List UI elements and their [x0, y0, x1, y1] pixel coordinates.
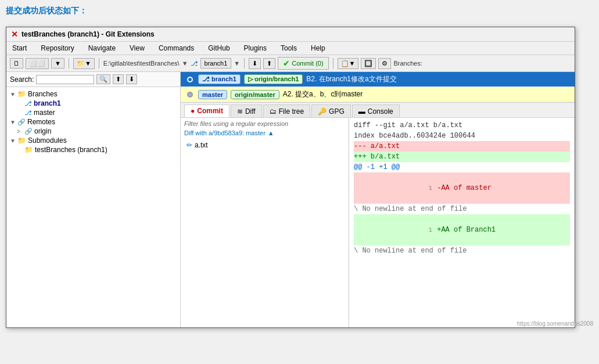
- search-input[interactable]: [36, 75, 94, 84]
- commit-msg-1: B2. 在branch1修改a文件提交: [306, 74, 396, 84]
- tab-gpg-label: GPG: [329, 107, 345, 116]
- tree-master[interactable]: ⎇ master: [8, 108, 179, 117]
- window-icon: ✕: [11, 30, 18, 39]
- tab-console-icon: ▬: [358, 107, 365, 116]
- remotes-icon: 🔗: [17, 118, 26, 126]
- tree-testbranches-sub[interactable]: 📁 testBranches (branch1): [8, 145, 179, 154]
- menu-commands[interactable]: Commands: [156, 44, 196, 53]
- tab-console-label: Console: [368, 107, 393, 116]
- diff-line-5: 1-AA of master: [354, 172, 570, 204]
- toolbar-sep2: [99, 58, 99, 69]
- search-button[interactable]: 🔍: [96, 74, 110, 84]
- filter-hint: Filter files using a regular expression: [184, 120, 345, 127]
- search-next-btn[interactable]: ⬇: [126, 74, 137, 84]
- submodules-label: Submodules: [28, 136, 67, 145]
- toolbar-push-btn[interactable]: ⬆: [263, 58, 275, 69]
- toolbar-branches-label: Branches:: [393, 60, 422, 67]
- tree-submodules-header[interactable]: ▼ 📁 Submodules: [8, 136, 179, 145]
- commit-row-2[interactable]: master origin/master A2. 提交a、b、c到master: [181, 87, 575, 102]
- menu-bar: Start Repository Navigate View Commands …: [6, 42, 575, 55]
- menu-repository[interactable]: Repository: [38, 44, 76, 53]
- toolbar-settings-btn[interactable]: ⚙: [378, 58, 391, 69]
- file-list-panel: Filter files using a regular expression …: [181, 118, 349, 327]
- watermark: https://blog.somenandos2008: [517, 320, 593, 327]
- bottom-content: Filter files using a regular expression …: [181, 118, 575, 327]
- tab-diff[interactable]: ≋ Diff: [231, 104, 262, 117]
- master-label: master: [34, 109, 55, 117]
- testbranches-sub-icon: 📁: [24, 146, 33, 154]
- toolbar-sep3: [244, 58, 245, 69]
- origin-icon: 🔗: [24, 128, 33, 135]
- tree-remotes-header[interactable]: ▼ 🔗 Remotes: [8, 117, 179, 127]
- main-window: ✕ testBranches (branch1) - Git Extension…: [6, 27, 575, 328]
- tag-origin-master: origin/master: [231, 90, 279, 99]
- submodules-expand-icon: ▼: [10, 138, 16, 144]
- tab-gpg-icon: 🔑: [318, 107, 327, 116]
- file-name-atxt: a.txt: [195, 141, 208, 149]
- diff-line-4: @@ -1 +1 @@: [354, 162, 570, 172]
- toolbar-path: E:\gitlab\test\testBranches\: [103, 60, 180, 67]
- tag-origin-branch1: ▷ origin/branch1: [244, 74, 303, 84]
- right-panel: ⎇ branch1 ▷ origin/branch1 B2. 在branch1修…: [181, 72, 575, 327]
- diff-panel: diff --git a/a.txt b/a.txt index bce4adb…: [349, 118, 575, 327]
- toolbar-folder-btn[interactable]: 📁▼: [73, 58, 95, 69]
- commit-list: ⎇ branch1 ▷ origin/branch1 B2. 在branch1修…: [181, 72, 575, 103]
- page-intro: 提交成功后状态如下：: [6, 6, 593, 16]
- tag-master: master: [198, 90, 227, 99]
- branch1-label: branch1: [34, 99, 61, 107]
- master-icon: ⎇: [24, 109, 32, 117]
- toolbar-new-btn[interactable]: 🗋: [10, 58, 23, 69]
- tree-branch1[interactable]: ⎇ branch1: [8, 99, 179, 108]
- diff-linenum-5: 1: [421, 183, 432, 193]
- tag-branch1: ⎇ branch1: [198, 74, 241, 84]
- commit-dot-1: [187, 77, 193, 82]
- tab-gpg[interactable]: 🔑 GPG: [311, 104, 351, 117]
- file-item-atxt[interactable]: ✏ a.txt: [184, 140, 345, 150]
- tab-filetree-label: File tree: [279, 107, 304, 116]
- diff-line-2: --- a/a.txt: [354, 141, 570, 152]
- menu-github[interactable]: GitHub: [206, 44, 232, 53]
- remotes-label: Remotes: [27, 118, 55, 126]
- diff-line-6: \ No newline at end of file: [354, 204, 570, 214]
- remotes-expand-icon: ▼: [10, 119, 16, 125]
- search-label: Search:: [10, 75, 34, 84]
- search-prev-btn[interactable]: ⬆: [113, 74, 124, 84]
- window-title: testBranches (branch1) - Git Extensions: [21, 30, 155, 38]
- commit-row-1[interactable]: ⎇ branch1 ▷ origin/branch1 B2. 在branch1修…: [181, 72, 575, 87]
- menu-navigate[interactable]: Navigate: [86, 44, 118, 53]
- menu-view[interactable]: View: [127, 44, 147, 53]
- commit-dot-2: [187, 92, 193, 98]
- tab-commit-icon: ●: [191, 107, 195, 115]
- diff-line-8: \ No newline at end of file: [354, 246, 570, 256]
- toolbar-fetch-btn[interactable]: ⬇: [249, 58, 261, 69]
- branches-expand-icon: ▼: [10, 91, 16, 98]
- tab-commit[interactable]: ● Commit: [184, 104, 229, 117]
- menu-start[interactable]: Start: [10, 44, 29, 53]
- toolbar-layout-btn[interactable]: ⬜⬜: [26, 58, 49, 69]
- tab-diff-icon: ≋: [237, 107, 243, 116]
- toolbar-files-btn[interactable]: 📋▼: [338, 58, 359, 69]
- tab-diff-label: Diff: [245, 107, 256, 116]
- tab-filetree[interactable]: 🗂 File tree: [263, 104, 310, 117]
- menu-plugins[interactable]: Plugins: [242, 44, 269, 53]
- tree-branches-header[interactable]: ▼ 📁 Branches: [8, 89, 179, 99]
- diff-line-3: +++ b/a.txt: [354, 152, 570, 162]
- branch1-icon: ⎇: [24, 100, 32, 107]
- toolbar-commit-btn[interactable]: ✔ Commit (0): [278, 57, 328, 70]
- origin-label: origin: [34, 127, 51, 135]
- diff-with: Diff with a/9bd583a9: master ▲: [184, 129, 345, 136]
- toolbar-dropdown-btn[interactable]: ▼: [51, 58, 64, 69]
- tree-origin[interactable]: > 🔗 origin: [8, 127, 179, 136]
- commit-msg-2: A2. 提交a、b、c到master: [283, 89, 363, 99]
- toolbar-sep1: [69, 58, 69, 69]
- menu-tools[interactable]: Tools: [278, 44, 299, 53]
- toolbar-diff-btn[interactable]: 🔲: [361, 58, 376, 69]
- diff-line-0: diff --git a/a.txt b/a.txt: [354, 120, 570, 131]
- pencil-icon: ✏: [186, 141, 192, 149]
- diff-linenum-7: 1: [421, 225, 432, 235]
- tab-filetree-icon: 🗂: [270, 107, 277, 116]
- tab-console[interactable]: ▬ Console: [352, 104, 400, 117]
- menu-help[interactable]: Help: [309, 44, 328, 53]
- left-panel: Search: 🔍 ⬆ ⬇ ▼ 📁 Branches: [6, 72, 181, 327]
- search-bar: Search: 🔍 ⬆ ⬇: [6, 72, 180, 87]
